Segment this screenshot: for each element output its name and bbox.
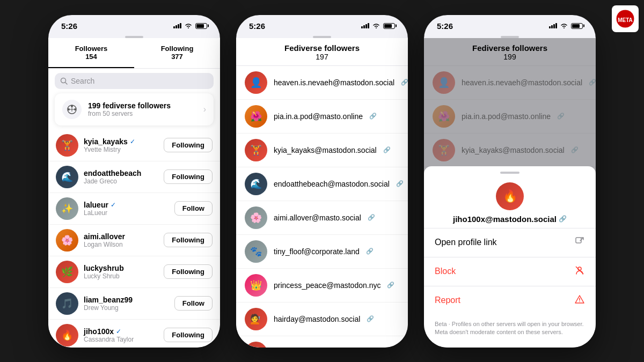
tab-following[interactable]: Following 377 [134, 38, 220, 68]
tab-followers[interactable]: Followers 154 [48, 38, 134, 68]
fedi-row-2[interactable]: 🏋 kyia_kayaks@mastodon.social 🔗 [236, 134, 408, 167]
search-bar[interactable]: Search [55, 73, 214, 89]
verified-badge-2: ✓ [111, 201, 116, 209]
modal-report-icon [574, 294, 585, 307]
follower-row-0[interactable]: 🏋 kyia_kayaks ✓ Yvette Mistry Following [48, 130, 220, 161]
modal-action-block[interactable]: Block [424, 257, 596, 286]
status-bar-1: 5:26 [48, 15, 220, 33]
tab-following-label: Following [138, 45, 216, 53]
fedi-username-4: aimi.allover@masto.social [274, 213, 361, 222]
fedi-av-inner-5: 🐾 [245, 240, 267, 263]
modal-link-icon: 🔗 [559, 215, 567, 223]
svg-point-5 [71, 105, 73, 107]
follower-name-2: lalueur [84, 201, 108, 209]
follow-btn-0[interactable]: Following [164, 138, 213, 152]
fedi-av-inner-1: 🌺 [245, 105, 267, 128]
modal-block-label: Block [435, 267, 456, 276]
follower-row-5[interactable]: 🎵 liam_beanz99 Drew Young Follow [48, 288, 220, 320]
battery-fill-3 [572, 24, 580, 28]
fedi-avatar-5: 🐾 [245, 240, 267, 263]
follower-row-1[interactable]: 🌊 endoatthebeach Jade Greco Following [48, 161, 220, 193]
signal-icon-2 [361, 23, 369, 28]
follower-info-0: kyia_kayaks ✓ Yvette Mistry [84, 137, 158, 153]
follower-row-4[interactable]: 🌿 luckyshrub Lucky Shrub Following [48, 256, 220, 288]
fedi-username-1: pia.in.a.pod@masto.online [274, 112, 363, 121]
s2-bar-1 [361, 26, 363, 28]
follower-row-6[interactable]: 🔥 jiho100x ✓ Cassandra Taylor Following [48, 320, 220, 348]
modal-open-profile-label: Open profile link [435, 238, 497, 247]
s2-bar-2 [363, 25, 365, 28]
watermark-logo: META [612, 5, 639, 32]
follow-btn-4[interactable]: Following [164, 264, 213, 279]
avatar-2: ✨ [56, 197, 78, 220]
follower-name-6: jiho100x [84, 327, 114, 336]
battery-fill-2 [384, 24, 392, 28]
fedi-row-5[interactable]: 🐾 tiny_floof@corporate.land 🔗 [236, 235, 408, 269]
follow-btn-6[interactable]: Following [164, 328, 213, 342]
follow-btn-2[interactable]: Follow [174, 201, 213, 216]
battery-icon-2 [383, 23, 395, 29]
tab-followers-label: Followers [53, 45, 130, 53]
fedi-row-6[interactable]: 👑 princess_peace@mastodon.nyc 🔗 [236, 269, 408, 302]
fedi-avatar-6: 👑 [245, 274, 267, 297]
avatar-inner-3: 🌸 [56, 229, 78, 252]
wifi-icon [184, 23, 193, 29]
phone3-content: Fediverse followers 199 👤 heaven.is.neva… [424, 38, 596, 348]
fedi-row-3[interactable]: 🌊 endoatthebeach@mastodon.social 🔗 [236, 167, 408, 201]
fediverse-icon [62, 100, 82, 119]
svg-point-4 [74, 108, 76, 110]
follower-sub-0: Yvette Mistry [84, 146, 158, 153]
s3-bar-1 [549, 26, 551, 28]
follower-row-3[interactable]: 🌸 aimi.allover Logan Wilson Following [48, 225, 220, 256]
follow-btn-5[interactable]: Follow [174, 296, 213, 311]
follower-name-row-3: aimi.allover [84, 232, 158, 241]
modal-avatar-emoji: 🔥 [503, 189, 517, 203]
fedi-link-icon-3: 🔗 [396, 180, 404, 187]
s3-bar-2 [551, 25, 553, 28]
follower-name-0: kyia_kayaks [84, 137, 128, 146]
fedi-avatar-1: 🌺 [245, 105, 267, 128]
avatar-inner-1: 🌊 [56, 166, 78, 188]
follower-sub-6: Cassandra Taylor [84, 336, 158, 343]
fedi-username-5: tiny_floof@corporate.land [274, 247, 360, 256]
modal-action-open-profile[interactable]: Open profile link [424, 228, 596, 257]
phone-1: 5:26 [48, 15, 220, 348]
follow-btn-1[interactable]: Following [164, 169, 213, 184]
follower-info-6: jiho100x ✓ Cassandra Taylor [84, 327, 158, 343]
fedi-row-1[interactable]: 🌺 pia.in.a.pod@masto.online 🔗 [236, 100, 408, 134]
fedi-row-7[interactable]: 💇 hairday@mastodon.social 🔗 [236, 302, 408, 336]
wifi-icon-2 [372, 23, 380, 29]
svg-line-1 [65, 82, 68, 84]
fedi-row-0[interactable]: 👤 heaven.is.nevaeh@mastodon.social 🔗 [236, 66, 408, 100]
avatar-0: 🏋 [56, 134, 78, 157]
follower-row-2[interactable]: ✨ lalueur ✓ LaLueur Follow [48, 193, 220, 225]
fedi-row-8[interactable]: 🔥 jiho100x@mastodon.social 🔗 [236, 336, 408, 348]
watermark-svg: META [616, 9, 635, 28]
search-icon [60, 77, 68, 85]
fedi-row-4[interactable]: 🌸 aimi.allover@masto.social 🔗 [236, 201, 408, 235]
follower-sub-2: LaLueur [84, 209, 169, 217]
fediverse-title: 199 fediverse followers [88, 101, 171, 110]
fedi-username-6: princess_peace@mastodon.nyc [274, 281, 380, 290]
fedi-avatar-4: 🌸 [245, 206, 267, 229]
fedi-username-3: endoatthebeach@mastodon.social [274, 180, 390, 188]
s3-bar-3 [553, 24, 555, 28]
battery-icon [195, 23, 207, 29]
follower-sub-5: Drew Young [84, 304, 169, 312]
modal-action-report[interactable]: Report [424, 286, 596, 315]
follower-name-1: endoatthebeach [84, 169, 141, 178]
phone-2: 5:26 [236, 15, 408, 348]
verified-badge-6: ✓ [116, 328, 121, 335]
follower-name-5: liam_beanz99 [84, 295, 133, 304]
phone1-content: Followers 154 Following 377 Search [48, 38, 220, 348]
tab-followers-count: 154 [53, 53, 130, 61]
signal-bar-1 [173, 26, 175, 28]
signal-icon [173, 23, 181, 28]
fediverse-banner[interactable]: 199 fediverse followers from 50 servers … [55, 93, 214, 125]
follower-info-2: lalueur ✓ LaLueur [84, 201, 169, 217]
follow-btn-3[interactable]: Following [164, 233, 213, 247]
wifi-icon-3 [560, 23, 568, 29]
svg-point-3 [68, 108, 70, 110]
fedi-av-inner-6: 👑 [245, 274, 267, 297]
phone2-content: Fediverse followers 197 👤 heaven.is.neva… [236, 38, 408, 348]
